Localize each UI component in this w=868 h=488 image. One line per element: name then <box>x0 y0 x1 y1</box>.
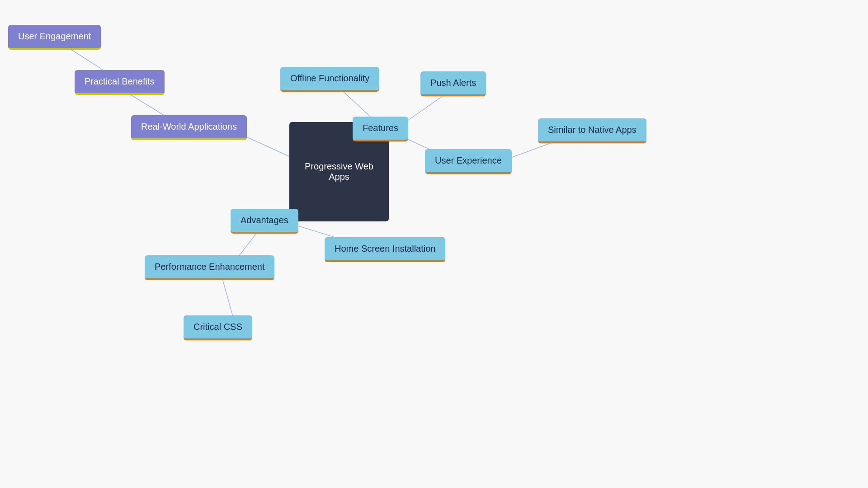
node-push-alerts[interactable]: Push Alerts <box>420 71 486 96</box>
node-offline-functionality[interactable]: Offline Functionality <box>280 67 379 92</box>
node-critical-css[interactable]: Critical CSS <box>184 315 252 340</box>
node-similar-native[interactable]: Similar to Native Apps <box>538 118 646 143</box>
node-user-experience[interactable]: User Experience <box>425 149 512 174</box>
node-user-engagement[interactable]: User Engagement <box>8 25 101 50</box>
node-features[interactable]: Features <box>353 117 408 141</box>
node-advantages[interactable]: Advantages <box>231 209 298 234</box>
node-performance[interactable]: Performance Enhancement <box>145 255 274 280</box>
node-home-screen[interactable]: Home Screen Installation <box>325 237 445 262</box>
node-practical-benefits[interactable]: Practical Benefits <box>75 70 165 95</box>
node-real-world[interactable]: Real-World Applications <box>131 115 247 140</box>
